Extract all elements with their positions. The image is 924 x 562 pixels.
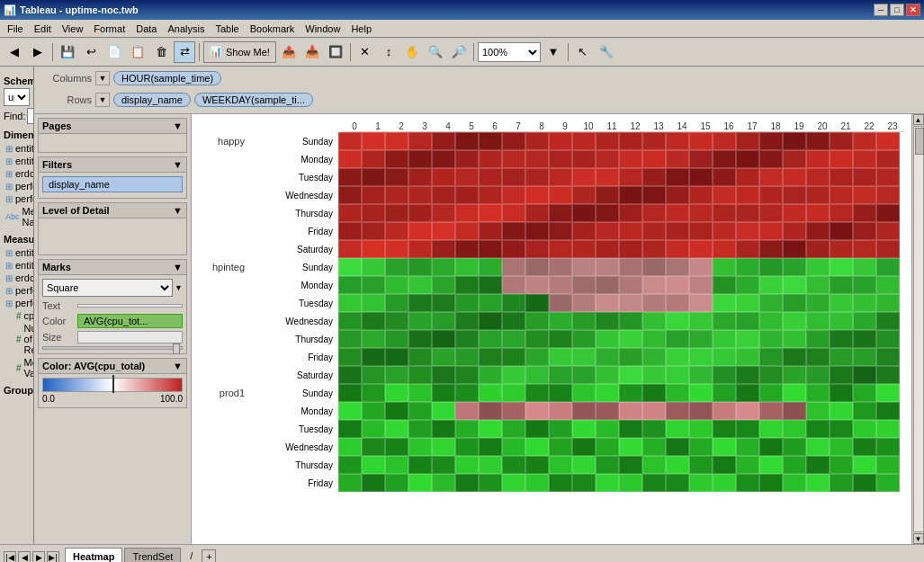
- swap-button[interactable]: ⇄: [174, 41, 195, 63]
- dim-perf-sample-label: performance_sample: [15, 193, 34, 204]
- menu-help[interactable]: Help: [345, 22, 377, 36]
- columns-shelf-arrow[interactable]: ▼: [95, 71, 110, 85]
- heatmap-cell: [666, 240, 689, 258]
- meas-performance-sample[interactable]: ⊞ performance_sample: [4, 297, 30, 309]
- back-button[interactable]: ◀: [4, 41, 25, 63]
- present-button[interactable]: 🔲: [325, 41, 346, 63]
- menu-bookmark[interactable]: Bookmark: [245, 22, 301, 36]
- scroll-up-button[interactable]: ▲: [913, 114, 924, 125]
- menu-format[interactable]: Format: [88, 22, 130, 36]
- menu-table[interactable]: Table: [210, 22, 244, 36]
- tab-first-button[interactable]: |◀: [4, 551, 16, 562]
- minimize-button[interactable]: ─: [874, 4, 888, 16]
- clear-button[interactable]: 🗑: [150, 41, 172, 63]
- viz-scrollbar[interactable]: ▲ ▼: [911, 114, 924, 544]
- meas-cpu-total[interactable]: # cpu_total: [4, 309, 30, 322]
- heatmap-cell: [876, 294, 900, 312]
- close-button[interactable]: ✕: [906, 4, 920, 16]
- menu-data[interactable]: Data: [130, 22, 162, 36]
- menu-edit[interactable]: Edit: [29, 22, 57, 36]
- meas-performance-cpu[interactable]: ⊞ performance_cpu: [4, 284, 30, 297]
- meas-entity-group[interactable]: ⊞ entity_group: [4, 259, 30, 272]
- tab-add-button[interactable]: +: [202, 549, 216, 562]
- view-data-button[interactable]: 📥: [301, 41, 323, 63]
- pointer-button[interactable]: ↖: [572, 41, 594, 63]
- size-slider-track[interactable]: [42, 346, 183, 350]
- dim-entity[interactable]: ⊞ entity: [4, 142, 30, 155]
- lod-arrow-icon[interactable]: ▼: [173, 205, 183, 216]
- heatmap-cell: [502, 204, 525, 222]
- hour-label: 16: [717, 121, 740, 132]
- marks-color-pill[interactable]: AVG(cpu_tot...: [77, 314, 183, 328]
- heatmap-cell: [713, 132, 736, 150]
- viz-area[interactable]: 01234567891011121314151617181920212223 h…: [192, 114, 911, 544]
- color-legend-arrow-icon[interactable]: ▼: [173, 361, 183, 371]
- dim-measure-names[interactable]: Abc Measure Names: [4, 205, 30, 228]
- size-slider-thumb[interactable]: [173, 343, 180, 354]
- heatmap-cell: [876, 204, 900, 222]
- tab-empty-3[interactable]: /: [183, 548, 200, 562]
- meas-num-records[interactable]: # Number of Records: [4, 322, 30, 356]
- marks-type-select[interactable]: Square Bar Circle: [42, 279, 173, 297]
- tab-last-button[interactable]: ▶|: [47, 551, 59, 562]
- dim-erdc-instance[interactable]: ⊞ erdc_instance: [4, 167, 30, 180]
- filter-display-name[interactable]: display_name: [42, 176, 183, 192]
- marks-type-dropdown-icon[interactable]: ▼: [175, 283, 183, 292]
- zoom-in-button[interactable]: 🔍: [425, 41, 446, 63]
- columns-pill-hour[interactable]: HOUR(sample_time): [113, 71, 221, 85]
- heatmap-cell: [876, 420, 900, 438]
- fit-button[interactable]: 🔎: [448, 41, 470, 63]
- forward-button[interactable]: ▶: [27, 41, 49, 63]
- save-button[interactable]: 💾: [57, 41, 78, 63]
- heatmap-cell: [876, 240, 900, 258]
- pan-button[interactable]: ✋: [401, 41, 423, 63]
- new-worksheet-button[interactable]: 📄: [103, 41, 125, 63]
- tab-heatmap[interactable]: Heatmap: [65, 548, 122, 562]
- dim-performance-sample[interactable]: ⊞ performance_sample: [4, 192, 30, 205]
- heatmap-cell: [759, 276, 783, 294]
- meas-measure-values[interactable]: # Measure Values: [4, 356, 30, 379]
- rows-pill-display-name[interactable]: display_name: [113, 93, 191, 107]
- tab-trendset[interactable]: TrendSet: [124, 548, 181, 562]
- select-button[interactable]: ↕: [378, 41, 399, 63]
- heatmap-cell: [642, 438, 666, 456]
- heatmap-cell: [572, 384, 596, 402]
- scroll-thumb[interactable]: [915, 128, 924, 155]
- marks-arrow-icon[interactable]: ▼: [173, 262, 183, 272]
- menu-window[interactable]: Window: [300, 22, 345, 36]
- heatmap-cell: [502, 222, 525, 240]
- heatmap-cell: [455, 438, 479, 456]
- schema-select[interactable]: uptime_v4 [performance...: [4, 88, 30, 106]
- heatmap-cell: [806, 366, 830, 384]
- tab-next-button[interactable]: ▶: [32, 551, 45, 562]
- find-input[interactable]: [27, 108, 34, 124]
- duplicate-button[interactable]: 📋: [127, 41, 148, 63]
- marks-size-pill[interactable]: [77, 331, 183, 343]
- heatmap-cell: [502, 330, 525, 348]
- extract-button[interactable]: 📤: [278, 41, 300, 63]
- menu-analysis[interactable]: Analysis: [162, 22, 210, 36]
- tab-prev-button[interactable]: ◀: [18, 551, 31, 562]
- filters-arrow-icon[interactable]: ▼: [173, 159, 183, 170]
- highlight-button[interactable]: ✕: [354, 41, 376, 63]
- scroll-down-button[interactable]: ▼: [913, 533, 924, 544]
- menu-file[interactable]: File: [2, 22, 29, 36]
- dimensions-section-title: Dimensions ▼: [4, 129, 30, 140]
- rows-pill-weekday[interactable]: WEEKDAY(sample_ti...: [194, 93, 313, 107]
- meas-erdc-instance[interactable]: ⊞ erdc_instance: [4, 272, 30, 284]
- title-bar-controls: ─ □ ✕: [874, 4, 920, 16]
- show-me-button[interactable]: 📊 Show Me!: [203, 41, 276, 63]
- menu-view[interactable]: View: [57, 22, 89, 36]
- pages-arrow-icon[interactable]: ▼: [173, 120, 183, 131]
- dim-entity-group[interactable]: ⊞ entity_group: [4, 155, 30, 167]
- tooltip-button[interactable]: 🔧: [596, 41, 617, 63]
- zoom-select[interactable]: 100% 75% 50% 150%: [478, 42, 541, 62]
- meas-entity[interactable]: ⊞ entity: [4, 246, 30, 259]
- rows-shelf-arrow[interactable]: ▼: [95, 93, 110, 107]
- restore-button[interactable]: □: [890, 4, 904, 16]
- heatmap-cell: [713, 420, 736, 438]
- undo-button[interactable]: ↩: [80, 41, 102, 63]
- marks-text-pill[interactable]: [77, 304, 183, 308]
- dim-performance-cpu[interactable]: ⊞ performance_cpu: [4, 180, 30, 192]
- zoom-dropdown-button[interactable]: ▼: [543, 41, 564, 63]
